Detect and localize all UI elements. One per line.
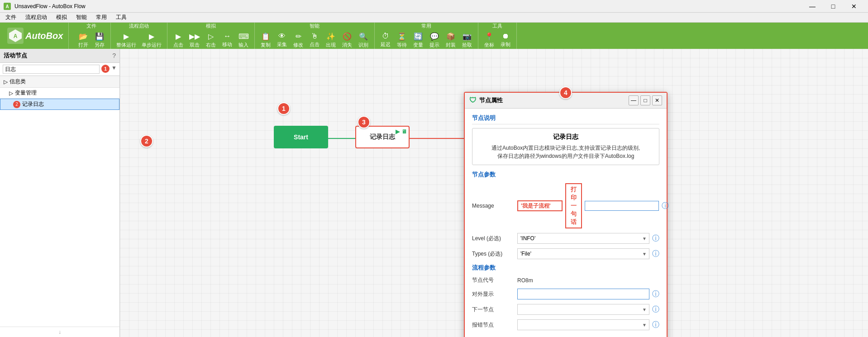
toolbar-group-simulate: 模拟 ▶ 点击 ▶▶ 双击 ▷ 右击 ↔ 移动 ⌨ 输入: [167, 23, 255, 49]
field-message-help-icon[interactable]: ⓘ: [662, 201, 669, 211]
toolbar-btn-appear[interactable]: ✨ 出现: [324, 31, 338, 49]
toolbar-btn-rightclick-label: 右击: [206, 42, 216, 48]
field-next-node-help-icon[interactable]: ⓘ: [652, 305, 659, 314]
section2-title: 节点参数: [472, 171, 659, 179]
toolbar-btn-smartclick[interactable]: 🖱 点击: [307, 31, 322, 49]
close-button[interactable]: ✕: [844, 0, 864, 13]
smartclick-icon: 🖱: [311, 32, 318, 40]
field-external-display-input[interactable]: [517, 289, 649, 299]
field-external-display-help-icon[interactable]: ⓘ: [652, 290, 659, 299]
node-log-inner: ▶ 🖥 记录日志: [356, 127, 409, 147]
toolbar-btn-wait[interactable]: ⏳ 等待: [395, 31, 409, 49]
field-next-node-select[interactable]: [517, 304, 649, 315]
step-run-icon: ▶: [149, 32, 154, 41]
node-start[interactable]: Start: [274, 126, 328, 148]
sidebar-search-input[interactable]: [3, 65, 100, 74]
toolbar-btn-dblclick[interactable]: ▶▶ 双击: [187, 31, 202, 49]
minimize-button[interactable]: —: [802, 0, 823, 13]
click-icon: ▶: [176, 32, 181, 41]
field-error-node-label: 报错节点: [472, 321, 517, 329]
toolbar-btn-open[interactable]: 📂 打开: [76, 31, 91, 49]
toolbar-btn-package[interactable]: 📦 封装: [444, 31, 458, 49]
toolbar-btn-disappear[interactable]: 🚫 消失: [340, 31, 354, 49]
toolbar-btn-input[interactable]: ⌨ 输入: [236, 31, 251, 49]
sidebar-subcategory-varmanage[interactable]: ▷ 变量管理: [0, 88, 119, 99]
menu-simulate[interactable]: 模拟: [52, 13, 71, 22]
toolbar-btn-click[interactable]: ▶ 点击: [171, 31, 186, 49]
toolbar-btn-recognize[interactable]: 🔍 识别: [356, 31, 371, 49]
toolbar-btn-move[interactable]: ↔ 移动: [220, 31, 234, 49]
dialog-title-text: 节点属性: [479, 96, 503, 104]
section1-title: 节点说明: [472, 114, 659, 124]
field-level-select[interactable]: 'INFO' 'DEBUG' 'WARNING' 'ERROR': [517, 233, 649, 244]
menu-file[interactable]: 文件: [2, 13, 20, 22]
dialog-minimize-button[interactable]: —: [629, 95, 639, 105]
node-screen-icon: 🖥: [401, 128, 407, 135]
toolbar-btn-capture[interactable]: 👁 采集: [275, 31, 289, 49]
toolbar-group-tools: 工具 📍 坐标 ⏺ 录制: [478, 23, 517, 49]
window-title: UnsavedFlow - AutoBox Flow: [14, 3, 86, 9]
field-nodecode-label: 节点代号: [472, 276, 517, 284]
toolbar-btn-copy[interactable]: 📋 复制: [258, 31, 273, 49]
arrow-to-dialog-line: [410, 138, 473, 139]
field-error-node-select-wrapper: ▼: [517, 319, 649, 330]
toolbar-btn-record-label: 录制: [501, 41, 510, 48]
menu-bar: 文件 流程启动 模拟 智能 常用 工具: [0, 13, 868, 23]
toolbar-btn-delay[interactable]: ⏱ 延迟: [378, 31, 393, 49]
main-layout: 活动节点 ? 1 ▼ ▷ 信息类 ▷ 变量管理 2 记录日志 ↓: [0, 49, 868, 337]
toolbar-btn-tip[interactable]: 💬 提示: [427, 31, 442, 49]
toolbar-btn-variable-label: 变量: [413, 42, 423, 48]
sidebar-header: 活动节点 ?: [0, 49, 119, 63]
sidebar-category-info[interactable]: ▷ 信息类: [0, 76, 119, 88]
toolbar-btn-coords[interactable]: 📍 坐标: [482, 31, 496, 49]
toolbar-btn-smartclick-label: 点击: [310, 41, 320, 48]
toolbar-btn-capture-label: 采集: [277, 41, 287, 48]
wait-icon: ⏳: [397, 32, 406, 41]
sidebar-help-icon[interactable]: ?: [112, 52, 116, 59]
toolbar-btn-recognize-label: 识别: [358, 42, 368, 48]
message-input-red[interactable]: [517, 200, 563, 211]
toolbar-btn-pickup[interactable]: 📷 拾取: [460, 31, 474, 49]
menu-smart[interactable]: 智能: [72, 13, 91, 22]
sidebar-scroll-down[interactable]: ↓: [0, 327, 119, 337]
field-types-label: Types (必选): [472, 250, 517, 258]
dialog-desc-title: 记录日志: [477, 133, 654, 141]
sidebar-title: 活动节点: [4, 52, 27, 60]
field-level-label: Level (必选): [472, 235, 517, 242]
toolbar-btn-modify[interactable]: ✏ 修改: [291, 31, 305, 49]
sidebar-item-logrecord[interactable]: 2 记录日志: [0, 99, 119, 110]
dialog-maximize-button[interactable]: □: [640, 95, 650, 105]
toolbar-btn-record[interactable]: ⏺ 录制: [498, 31, 513, 49]
search-dropdown-icon[interactable]: ▼: [111, 65, 117, 74]
node-log[interactable]: ▶ 🖥 记录日志: [355, 126, 410, 148]
toolbar-btn-appear-label: 出现: [326, 42, 336, 48]
dialog-close-button[interactable]: ✕: [652, 95, 662, 105]
field-error-node-select[interactable]: [517, 319, 649, 330]
field-types-select[interactable]: 'File' 'Console': [517, 248, 649, 259]
message-extra-input[interactable]: [585, 201, 659, 211]
sidebar-category-label: 信息类: [10, 78, 26, 85]
step4-badge: 4: [559, 86, 572, 99]
menu-tools[interactable]: 工具: [112, 13, 130, 22]
toolbar-btn-package-label: 封装: [446, 42, 456, 48]
canvas-area: Start ▶ 🖥 记录日志 1 2: [120, 49, 868, 337]
node-properties-dialog: 4 🛡 节点属性 — □ ✕ 节点说明 记录日: [464, 92, 668, 337]
toolbar-btn-rightclick[interactable]: ▷ 右击: [204, 31, 218, 49]
message-print-button[interactable]: 打印一句话: [565, 183, 582, 228]
toolbar-btn-run-all[interactable]: ▶ 整体运行: [114, 31, 138, 49]
toolbar-btn-coords-label: 坐标: [484, 42, 494, 48]
field-error-node-help-icon[interactable]: ⓘ: [652, 320, 659, 330]
node-play-icon: ▶: [396, 128, 400, 135]
package-icon: 📦: [446, 32, 455, 41]
field-types-help-icon[interactable]: ⓘ: [652, 249, 659, 259]
toolbar-btn-variable[interactable]: 🔄 变量: [411, 31, 425, 49]
field-level-help-icon[interactable]: ⓘ: [652, 234, 659, 243]
menu-common[interactable]: 常用: [92, 13, 110, 22]
shield-icon: 🛡: [469, 96, 477, 104]
toolbar-btn-saveas[interactable]: 💾 另存: [92, 31, 107, 49]
scroll-down-icon: ↓: [58, 329, 61, 335]
maximize-button[interactable]: □: [823, 0, 844, 13]
menu-flow-start[interactable]: 流程启动: [22, 13, 51, 22]
title-bar-left: A UnsavedFlow - AutoBox Flow: [4, 3, 86, 10]
toolbar-btn-step-run[interactable]: ▶ 单步运行: [140, 31, 163, 49]
